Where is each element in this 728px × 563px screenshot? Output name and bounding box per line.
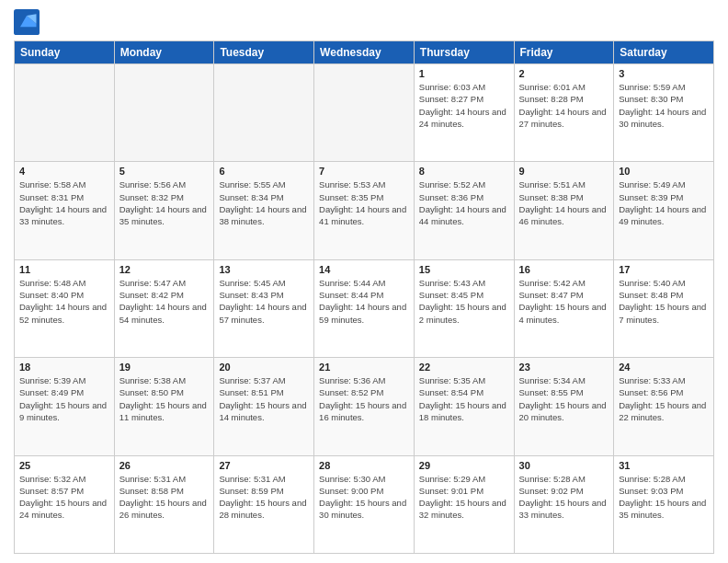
day-number: 17 (619, 264, 709, 275)
sunrise: Sunrise: 5:58 AM (19, 178, 109, 190)
calendar-header-sunday: Sunday (15, 41, 115, 64)
day-info: Sunrise: 5:39 AM Sunset: 8:49 PM Dayligh… (19, 374, 109, 423)
daylight: Daylight: 14 hours and 49 minutes. (619, 203, 709, 228)
day-info: Sunrise: 5:30 AM Sunset: 9:00 PM Dayligh… (319, 473, 409, 522)
daylight: Daylight: 14 hours and 30 minutes. (619, 106, 709, 131)
calendar-cell: 23 Sunrise: 5:34 AM Sunset: 8:55 PM Dayl… (514, 358, 614, 455)
sunset: Sunset: 8:47 PM (519, 289, 609, 301)
calendar-cell: 14 Sunrise: 5:44 AM Sunset: 8:44 PM Dayl… (314, 259, 415, 357)
day-info: Sunrise: 5:34 AM Sunset: 8:55 PM Dayligh… (519, 374, 609, 423)
sunset: Sunset: 8:56 PM (619, 386, 709, 398)
logo (14, 9, 43, 35)
day-number: 30 (519, 460, 609, 471)
day-info: Sunrise: 5:28 AM Sunset: 9:02 PM Dayligh… (519, 473, 609, 522)
day-info: Sunrise: 5:47 AM Sunset: 8:42 PM Dayligh… (119, 277, 210, 326)
sunrise: Sunrise: 6:01 AM (519, 81, 609, 93)
calendar-header-saturday: Saturday (614, 41, 714, 64)
sunrise: Sunrise: 5:33 AM (619, 374, 709, 386)
calendar-header-tuesday: Tuesday (214, 41, 314, 64)
day-number: 28 (319, 460, 409, 471)
daylight: Daylight: 15 hours and 16 minutes. (319, 399, 409, 424)
day-info: Sunrise: 5:31 AM Sunset: 8:58 PM Dayligh… (119, 473, 210, 522)
day-number: 15 (419, 264, 509, 275)
daylight: Daylight: 14 hours and 57 minutes. (219, 301, 309, 326)
day-info: Sunrise: 5:51 AM Sunset: 8:38 PM Dayligh… (519, 178, 609, 227)
daylight: Daylight: 15 hours and 2 minutes. (419, 301, 509, 326)
day-info: Sunrise: 5:28 AM Sunset: 9:03 PM Dayligh… (619, 473, 709, 522)
sunset: Sunset: 9:00 PM (319, 485, 409, 497)
day-info: Sunrise: 5:43 AM Sunset: 8:45 PM Dayligh… (419, 277, 509, 326)
day-number: 2 (519, 68, 609, 79)
day-number: 3 (619, 68, 709, 79)
day-info: Sunrise: 5:55 AM Sunset: 8:34 PM Dayligh… (219, 178, 309, 227)
calendar-cell: 17 Sunrise: 5:40 AM Sunset: 8:48 PM Dayl… (614, 259, 714, 357)
sunset: Sunset: 9:02 PM (519, 485, 609, 497)
day-info: Sunrise: 5:58 AM Sunset: 8:31 PM Dayligh… (19, 178, 109, 227)
sunset: Sunset: 8:40 PM (19, 289, 109, 301)
sunset: Sunset: 8:54 PM (419, 386, 509, 398)
day-number: 20 (219, 362, 309, 373)
calendar-week-1: 1 Sunrise: 6:03 AM Sunset: 8:27 PM Dayli… (15, 64, 714, 162)
day-info: Sunrise: 5:31 AM Sunset: 8:59 PM Dayligh… (219, 473, 309, 522)
calendar-cell: 22 Sunrise: 5:35 AM Sunset: 8:54 PM Dayl… (414, 358, 514, 455)
calendar-cell: 29 Sunrise: 5:29 AM Sunset: 9:01 PM Dayl… (414, 455, 514, 553)
day-info: Sunrise: 5:45 AM Sunset: 8:43 PM Dayligh… (219, 277, 309, 326)
sunrise: Sunrise: 5:52 AM (419, 178, 509, 190)
calendar-week-4: 18 Sunrise: 5:39 AM Sunset: 8:49 PM Dayl… (15, 358, 714, 455)
day-info: Sunrise: 5:53 AM Sunset: 8:35 PM Dayligh… (319, 178, 409, 227)
day-info: Sunrise: 6:03 AM Sunset: 8:27 PM Dayligh… (419, 81, 509, 130)
sunrise: Sunrise: 5:28 AM (619, 473, 709, 485)
day-info: Sunrise: 5:36 AM Sunset: 8:52 PM Dayligh… (319, 374, 409, 423)
sunset: Sunset: 8:36 PM (419, 191, 509, 203)
daylight: Daylight: 14 hours and 35 minutes. (119, 203, 210, 228)
day-number: 13 (219, 264, 309, 275)
calendar-cell: 24 Sunrise: 5:33 AM Sunset: 8:56 PM Dayl… (614, 358, 714, 455)
calendar-cell: 30 Sunrise: 5:28 AM Sunset: 9:02 PM Dayl… (514, 455, 614, 553)
day-info: Sunrise: 5:44 AM Sunset: 8:44 PM Dayligh… (319, 277, 409, 326)
day-number: 12 (119, 264, 210, 275)
sunrise: Sunrise: 5:36 AM (319, 374, 409, 386)
day-number: 25 (19, 460, 109, 471)
daylight: Daylight: 15 hours and 20 minutes. (519, 399, 609, 424)
calendar-cell: 6 Sunrise: 5:55 AM Sunset: 8:34 PM Dayli… (214, 162, 314, 259)
day-number: 4 (19, 166, 109, 177)
sunset: Sunset: 8:32 PM (119, 191, 210, 203)
sunrise: Sunrise: 6:03 AM (419, 81, 509, 93)
sunset: Sunset: 8:27 PM (419, 93, 509, 105)
calendar-header-wednesday: Wednesday (314, 41, 415, 64)
sunrise: Sunrise: 5:35 AM (419, 374, 509, 386)
sunset: Sunset: 8:45 PM (419, 289, 509, 301)
day-number: 19 (119, 362, 210, 373)
daylight: Daylight: 14 hours and 27 minutes. (519, 106, 609, 131)
day-number: 24 (619, 362, 709, 373)
calendar-cell: 15 Sunrise: 5:43 AM Sunset: 8:45 PM Dayl… (414, 259, 514, 357)
calendar-cell: 19 Sunrise: 5:38 AM Sunset: 8:50 PM Dayl… (114, 358, 214, 455)
day-info: Sunrise: 6:01 AM Sunset: 8:28 PM Dayligh… (519, 81, 609, 130)
sunset: Sunset: 9:03 PM (619, 485, 709, 497)
daylight: Daylight: 14 hours and 24 minutes. (419, 106, 509, 131)
day-number: 29 (419, 460, 509, 471)
sunset: Sunset: 8:42 PM (119, 289, 210, 301)
sunset: Sunset: 9:01 PM (419, 485, 509, 497)
calendar-body: 1 Sunrise: 6:03 AM Sunset: 8:27 PM Dayli… (15, 64, 714, 554)
day-number: 8 (419, 166, 509, 177)
sunrise: Sunrise: 5:55 AM (219, 178, 309, 190)
calendar-cell: 1 Sunrise: 6:03 AM Sunset: 8:27 PM Dayli… (414, 64, 514, 162)
day-number: 11 (19, 264, 109, 275)
day-number: 7 (319, 166, 409, 177)
calendar-cell: 13 Sunrise: 5:45 AM Sunset: 8:43 PM Dayl… (214, 259, 314, 357)
sunrise: Sunrise: 5:32 AM (19, 473, 109, 485)
day-number: 31 (619, 460, 709, 471)
sunrise: Sunrise: 5:40 AM (619, 277, 709, 289)
logo-icon (14, 9, 40, 35)
daylight: Daylight: 15 hours and 11 minutes. (119, 399, 210, 424)
calendar-cell: 18 Sunrise: 5:39 AM Sunset: 8:49 PM Dayl… (15, 358, 115, 455)
sunrise: Sunrise: 5:29 AM (419, 473, 509, 485)
sunset: Sunset: 8:49 PM (19, 386, 109, 398)
sunset: Sunset: 8:58 PM (119, 485, 210, 497)
day-info: Sunrise: 5:37 AM Sunset: 8:51 PM Dayligh… (219, 374, 309, 423)
daylight: Daylight: 15 hours and 26 minutes. (119, 497, 210, 522)
sunrise: Sunrise: 5:43 AM (419, 277, 509, 289)
day-info: Sunrise: 5:38 AM Sunset: 8:50 PM Dayligh… (119, 374, 210, 423)
calendar-cell: 10 Sunrise: 5:49 AM Sunset: 8:39 PM Dayl… (614, 162, 714, 259)
